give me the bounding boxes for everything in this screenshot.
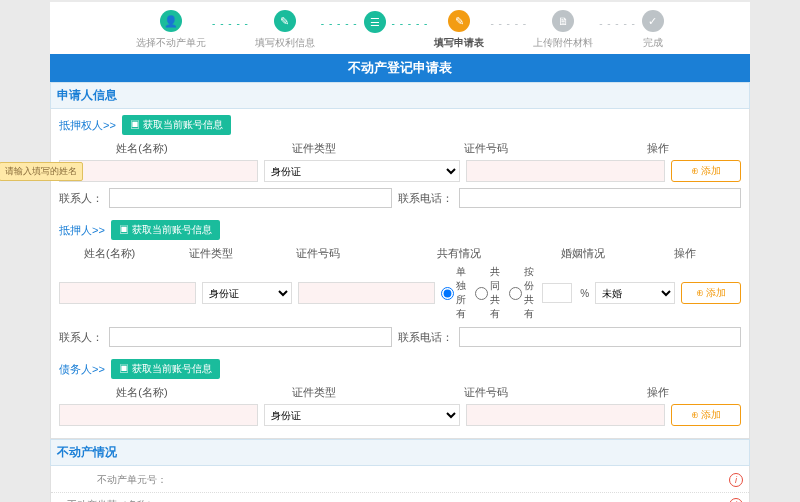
mortgagor-label: 抵押人>> bbox=[59, 223, 105, 238]
col-idnum: 证件号码 bbox=[403, 385, 569, 400]
user-icon: 👤 bbox=[160, 10, 182, 32]
step-1: 👤选择不动产单元 bbox=[136, 10, 206, 50]
edit-icon: ✎ bbox=[448, 10, 470, 32]
phone-label: 联系电话： bbox=[398, 191, 453, 206]
connector: - - - - - bbox=[321, 18, 358, 29]
section-property-header: 不动产情况 bbox=[50, 439, 750, 466]
prop-location-input[interactable] bbox=[171, 496, 729, 502]
idnum-input[interactable] bbox=[466, 160, 665, 182]
step-4: ✎填写申请表 bbox=[434, 10, 484, 50]
idtype-select-3[interactable]: 身份证 bbox=[264, 404, 459, 426]
input-hint: 请输入填写的姓名 bbox=[0, 162, 83, 181]
section-applicant-header: 申请人信息 bbox=[50, 82, 750, 109]
add-button[interactable]: 添加 bbox=[671, 160, 741, 182]
add-button-3[interactable]: 添加 bbox=[671, 404, 741, 426]
fetch-account-button[interactable]: ▣ 获取当前账号信息 bbox=[122, 115, 231, 135]
idnum-input-2[interactable] bbox=[298, 282, 435, 304]
prop-location-label: 不动产坐落（名称）： bbox=[51, 498, 171, 502]
col-name: 姓名(名称) bbox=[59, 385, 225, 400]
marriage-select[interactable]: 未婚 bbox=[595, 282, 675, 304]
step-2: ✎填写权利信息 bbox=[255, 10, 315, 50]
radio-joint[interactable]: 共同共有 bbox=[475, 265, 501, 321]
stepper: 👤选择不动产单元 - - - - - ✎填写权利信息 - - - - - ☰ -… bbox=[50, 2, 750, 54]
obligor-label: 债务人>> bbox=[59, 362, 105, 377]
contact-input[interactable] bbox=[109, 188, 392, 208]
col-marriage: 婚姻情况 bbox=[544, 246, 623, 261]
contact-label: 联系人： bbox=[59, 191, 103, 206]
connector: - - - - - bbox=[392, 18, 429, 29]
info-icon[interactable]: i bbox=[729, 473, 743, 487]
share-pct-input[interactable] bbox=[542, 283, 572, 303]
fetch-account-button-3[interactable]: ▣ 获取当前账号信息 bbox=[111, 359, 220, 379]
connector: - - - - - bbox=[490, 18, 527, 29]
step-5: 🗎上传附件材料 bbox=[533, 10, 593, 50]
radio-single[interactable]: 单独所有 bbox=[441, 265, 467, 321]
col-idnum: 证件号码 bbox=[262, 246, 374, 261]
col-op: 操作 bbox=[629, 246, 741, 261]
idnum-input-3[interactable] bbox=[466, 404, 665, 426]
check-icon: ✓ bbox=[642, 10, 664, 32]
col-idtype: 证件类型 bbox=[166, 246, 256, 261]
file-icon: 🗎 bbox=[552, 10, 574, 32]
mortgagee-label: 抵押权人>> bbox=[59, 118, 116, 133]
idtype-select[interactable]: 身份证 bbox=[264, 160, 459, 182]
contact-input-2[interactable] bbox=[109, 327, 392, 347]
col-share: 共有情况 bbox=[381, 246, 538, 261]
col-name: 姓名(名称) bbox=[59, 246, 160, 261]
contact-label-2: 联系人： bbox=[59, 330, 103, 345]
name-input-2[interactable] bbox=[59, 282, 196, 304]
cursor-icon: ✎ bbox=[274, 10, 296, 32]
col-op: 操作 bbox=[575, 141, 741, 156]
ownership-radio-group: 单独所有 共同共有 按份共有 % bbox=[441, 265, 589, 321]
list-icon: ☰ bbox=[364, 11, 386, 33]
col-name: 姓名(名称) bbox=[59, 141, 225, 156]
name-input-3[interactable] bbox=[59, 404, 258, 426]
name-input[interactable] bbox=[59, 160, 258, 182]
prop-unit-input[interactable] bbox=[171, 471, 729, 489]
connector: - - - - - bbox=[599, 18, 636, 29]
add-button-2[interactable]: 添加 bbox=[681, 282, 741, 304]
fetch-account-button-2[interactable]: ▣ 获取当前账号信息 bbox=[111, 220, 220, 240]
info-icon[interactable]: i bbox=[729, 498, 743, 502]
step-6: ✓完成 bbox=[642, 10, 664, 50]
col-idnum: 证件号码 bbox=[403, 141, 569, 156]
page-title: 不动产登记申请表 bbox=[50, 54, 750, 82]
connector: - - - - - bbox=[212, 18, 249, 29]
col-idtype: 证件类型 bbox=[231, 141, 397, 156]
col-op: 操作 bbox=[575, 385, 741, 400]
phone-label-2: 联系电话： bbox=[398, 330, 453, 345]
idtype-select-2[interactable]: 身份证 bbox=[202, 282, 292, 304]
phone-input[interactable] bbox=[459, 188, 742, 208]
prop-unit-label: 不动产单元号： bbox=[51, 473, 171, 487]
radio-share[interactable]: 按份共有 bbox=[509, 265, 535, 321]
phone-input-2[interactable] bbox=[459, 327, 742, 347]
col-idtype: 证件类型 bbox=[231, 385, 397, 400]
step-3: ☰ bbox=[364, 11, 386, 49]
